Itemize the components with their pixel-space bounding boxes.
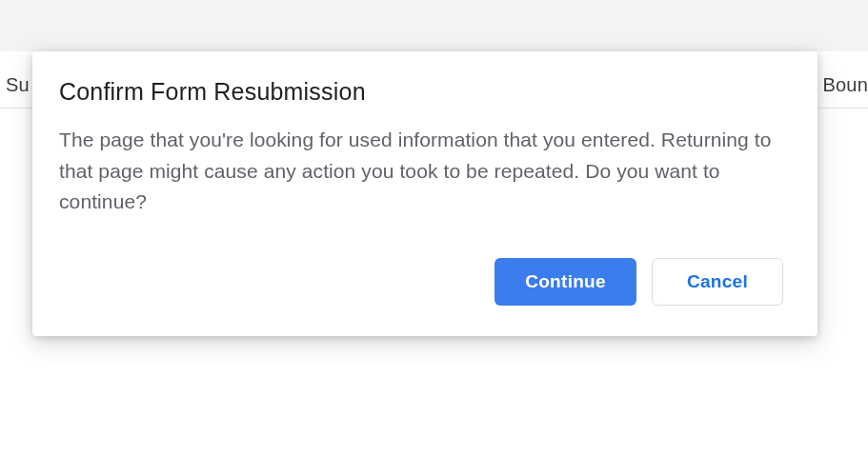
background-text-right: Boun [822,74,868,96]
cancel-button[interactable]: Cancel [652,258,783,306]
background-text-left: Su [6,74,30,96]
dialog-title: Confirm Form Resubmission [59,78,787,106]
confirm-resubmission-dialog: Confirm Form Resubmission The page that … [32,51,818,336]
browser-top-bar [0,0,868,51]
continue-button[interactable]: Continue [495,258,636,306]
dialog-body: The page that you're looking for used in… [59,125,787,218]
dialog-actions: Continue Cancel [59,258,787,309]
